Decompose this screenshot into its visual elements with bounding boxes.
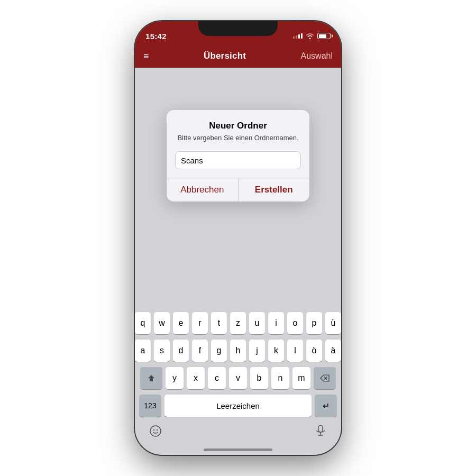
dialog-title: Neuer Ordner [175, 121, 301, 131]
return-key[interactable]: ↵ [315, 395, 337, 417]
status-time: 15:42 [145, 32, 167, 41]
key-b[interactable]: b [250, 367, 268, 389]
key-z[interactable]: z [230, 312, 246, 334]
home-indicator [135, 444, 341, 455]
keyboard-row-2: a s d f g h j k l ö ä [137, 340, 339, 362]
home-bar [204, 448, 272, 451]
key-g[interactable]: g [211, 340, 227, 362]
signal-icon [293, 33, 303, 39]
keyboard-row-3: y x c v b n m [137, 367, 339, 389]
keyboard-bottom-row: 123 Leerzeichen ↵ [137, 395, 339, 417]
confirm-button[interactable]: Erstellen [239, 178, 310, 202]
dialog-content: Neuer Ordner Bitte vergeben Sie einen Or… [167, 110, 309, 178]
phone-screen: 15:42 ≡ [135, 21, 341, 455]
key-e[interactable]: e [173, 312, 189, 334]
battery-icon [317, 33, 331, 39]
svg-point-2 [150, 426, 161, 436]
svg-point-3 [153, 429, 154, 431]
key-c[interactable]: c [208, 367, 226, 389]
key-oe[interactable]: ö [306, 340, 322, 362]
key-l[interactable]: l [287, 340, 303, 362]
key-k[interactable]: k [268, 340, 284, 362]
key-ae[interactable]: ä [325, 340, 341, 362]
key-u[interactable]: u [249, 312, 265, 334]
wifi-icon [306, 33, 314, 39]
key-f[interactable]: f [192, 340, 208, 362]
key-m[interactable]: m [292, 367, 310, 389]
dialog-message: Bitte vergeben Sie einen Ordnernamen. [175, 133, 301, 143]
key-i[interactable]: i [268, 312, 284, 334]
key-a[interactable]: a [135, 340, 151, 362]
main-content: Neuer Ordner Bitte vergeben Sie einen Or… [135, 68, 341, 308]
nav-action-button[interactable]: Auswahl [301, 51, 333, 61]
key-x[interactable]: x [187, 367, 205, 389]
svg-rect-5 [318, 425, 323, 432]
key-v[interactable]: v [229, 367, 247, 389]
nav-title: Übersicht [204, 51, 246, 61]
numbers-key[interactable]: 123 [139, 395, 161, 417]
dialog-buttons: Abbrechen Erstellen [167, 178, 309, 202]
nav-bar: ≡ Übersicht Auswahl [135, 44, 341, 68]
key-r[interactable]: r [192, 312, 208, 334]
cancel-button[interactable]: Abbrechen [167, 178, 239, 202]
keyboard-row-1: q w e r t z u i o p ü [137, 312, 339, 334]
key-t[interactable]: t [211, 312, 227, 334]
emoji-key[interactable] [148, 423, 163, 439]
key-o[interactable]: o [287, 312, 303, 334]
key-p[interactable]: p [306, 312, 322, 334]
status-icons [293, 33, 331, 39]
key-ue[interactable]: ü [325, 312, 341, 334]
mic-key[interactable] [313, 423, 328, 439]
svg-point-4 [157, 429, 158, 431]
new-folder-dialog: Neuer Ordner Bitte vergeben Sie einen Or… [167, 110, 309, 202]
folder-name-input[interactable] [175, 151, 301, 169]
menu-icon[interactable]: ≡ [143, 51, 149, 61]
phone-device: 15:42 ≡ [135, 21, 341, 455]
key-w[interactable]: w [154, 312, 170, 334]
backspace-key[interactable] [314, 367, 336, 389]
key-q[interactable]: q [135, 312, 151, 334]
space-key[interactable]: Leerzeichen [164, 395, 312, 417]
key-n[interactable]: n [271, 367, 289, 389]
key-j[interactable]: j [249, 340, 265, 362]
key-s[interactable]: s [154, 340, 170, 362]
keyboard-emoji-row [137, 420, 339, 444]
notch [198, 21, 278, 36]
keyboard: q w e r t z u i o p ü a s d f g h j [135, 308, 341, 444]
key-y[interactable]: y [166, 367, 184, 389]
key-d[interactable]: d [173, 340, 189, 362]
shift-key[interactable] [140, 367, 162, 389]
key-h[interactable]: h [230, 340, 246, 362]
